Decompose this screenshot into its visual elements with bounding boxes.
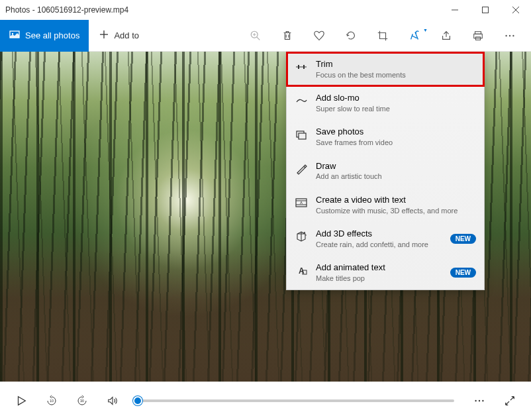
edit-dropdown: Trim Focus on the best moments Add slo-m… bbox=[286, 52, 485, 290]
window-title: Photos - 1060516912-preview.mp4 bbox=[5, 5, 440, 15]
svg-rect-22 bbox=[299, 133, 306, 139]
menu-sub: Focus on the best moments bbox=[316, 70, 476, 79]
svg-point-27 bbox=[304, 232, 305, 233]
menu-sub: Customize with music, 3D effects, and mo… bbox=[316, 206, 476, 215]
close-button[interactable] bbox=[501, 0, 531, 20]
add-to-button[interactable]: Add to bbox=[89, 20, 150, 52]
video-viewer: Trim Focus on the best moments Add slo-m… bbox=[0, 52, 531, 382]
effects-3d-icon bbox=[295, 230, 308, 243]
menu-title: Save photos bbox=[316, 127, 476, 138]
menu-item-trim[interactable]: Trim Focus on the best moments bbox=[287, 52, 484, 86]
volume-button[interactable] bbox=[99, 388, 126, 414]
toolbar-actions: ▼ bbox=[240, 20, 531, 52]
menu-title: Add 3D effects bbox=[316, 229, 442, 240]
new-badge: NEW bbox=[450, 268, 476, 278]
menu-title: Draw bbox=[316, 161, 476, 172]
menu-sub: Save frames from video bbox=[316, 138, 476, 147]
chevron-down-icon: ▼ bbox=[423, 28, 428, 32]
window-controls bbox=[440, 0, 531, 20]
svg-rect-20 bbox=[303, 65, 305, 69]
video-text-icon: A bbox=[295, 196, 308, 209]
svg-text:30: 30 bbox=[80, 399, 84, 403]
see-all-label: See all photos bbox=[25, 30, 79, 40]
new-badge: NEW bbox=[450, 234, 476, 244]
menu-title: Add animated text bbox=[316, 262, 442, 274]
rotate-button[interactable] bbox=[335, 20, 367, 52]
svg-point-34 bbox=[479, 400, 480, 401]
menu-item-video-text[interactable]: A Create a video with text Customize wit… bbox=[287, 188, 484, 222]
edit-create-button[interactable]: ▼ bbox=[399, 20, 430, 52]
seek-thumb[interactable] bbox=[133, 396, 142, 405]
add-to-label: Add to bbox=[114, 30, 139, 40]
play-button[interactable] bbox=[8, 388, 34, 414]
toolbar: See all photos Add to ▼ bbox=[0, 20, 531, 52]
svg-point-35 bbox=[482, 400, 483, 401]
frames-icon bbox=[295, 128, 308, 141]
menu-item-animated-text[interactable]: A Add animated text Make titles pop NEW bbox=[287, 256, 484, 289]
menu-sub: Super slow to real time bbox=[316, 104, 476, 113]
delete-button[interactable] bbox=[271, 20, 303, 52]
menu-title: Create a video with text bbox=[316, 195, 476, 206]
favorite-button[interactable] bbox=[303, 20, 335, 52]
menu-item-save-photos[interactable]: Save photos Save frames from video bbox=[287, 120, 484, 154]
fullscreen-button[interactable] bbox=[497, 388, 523, 414]
plus-icon bbox=[99, 30, 109, 41]
menu-sub: Create rain, add confetti, and more bbox=[316, 240, 442, 249]
draw-icon bbox=[295, 162, 308, 176]
print-button[interactable] bbox=[462, 20, 494, 52]
skip-forward-button[interactable]: 30 bbox=[69, 388, 95, 414]
menu-sub: Make titles pop bbox=[316, 274, 442, 283]
menu-item-slomo[interactable]: Add slo-mo Super slow to real time bbox=[287, 86, 484, 120]
svg-line-9 bbox=[257, 36, 260, 40]
svg-text:A: A bbox=[300, 201, 303, 205]
svg-point-16 bbox=[509, 34, 510, 36]
svg-point-17 bbox=[512, 34, 514, 36]
svg-point-5 bbox=[12, 33, 13, 34]
slomo-icon bbox=[295, 94, 308, 107]
svg-rect-19 bbox=[298, 65, 299, 69]
svg-point-15 bbox=[505, 34, 507, 36]
more-button[interactable] bbox=[494, 20, 526, 52]
svg-point-28 bbox=[305, 235, 307, 236]
crop-button[interactable] bbox=[367, 20, 399, 52]
menu-title: Add slo-mo bbox=[316, 93, 476, 104]
see-all-photos-button[interactable]: See all photos bbox=[0, 20, 89, 52]
photos-icon bbox=[9, 29, 20, 42]
share-button[interactable] bbox=[430, 20, 462, 52]
maximize-button[interactable] bbox=[470, 0, 501, 20]
seek-bar[interactable] bbox=[138, 399, 454, 402]
minimize-button[interactable] bbox=[440, 0, 470, 20]
animated-text-icon: A bbox=[295, 264, 308, 277]
menu-sub: Add an artistic touch bbox=[316, 172, 476, 181]
svg-text:10: 10 bbox=[50, 399, 54, 403]
menu-item-draw[interactable]: Draw Add an artistic touch bbox=[287, 154, 484, 188]
zoom-button[interactable] bbox=[240, 20, 271, 52]
svg-point-33 bbox=[475, 400, 476, 401]
menu-item-3d-effects[interactable]: Add 3D effects Create rain, add confetti… bbox=[287, 222, 484, 256]
titlebar: Photos - 1060516912-preview.mp4 bbox=[0, 0, 531, 20]
more-playback-button[interactable] bbox=[466, 388, 493, 414]
menu-title: Trim bbox=[316, 59, 476, 70]
skip-back-button[interactable]: 10 bbox=[38, 388, 65, 414]
trim-icon bbox=[295, 60, 308, 74]
svg-rect-12 bbox=[475, 31, 481, 34]
svg-rect-1 bbox=[483, 7, 489, 13]
playback-controls: 10 30 bbox=[0, 382, 531, 420]
svg-rect-13 bbox=[474, 34, 483, 38]
